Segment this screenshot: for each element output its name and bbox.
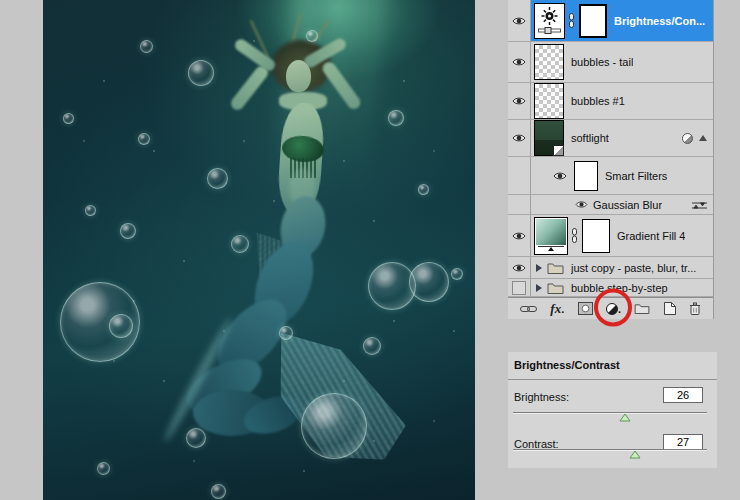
bubble xyxy=(279,326,293,340)
brightness-slider-thumb[interactable] xyxy=(619,413,631,422)
contrast-slider-track[interactable] xyxy=(513,449,707,451)
new-adjustment-icon xyxy=(606,303,618,315)
bubble xyxy=(85,205,96,216)
visibility-toggle[interactable] xyxy=(508,257,531,278)
brightness-contrast-panel: Brightness/Contrast Brightness: Contrast… xyxy=(508,352,717,468)
layer-label: bubbles - tail xyxy=(571,56,633,68)
eye-icon xyxy=(553,171,567,181)
new-adjustment-layer-button[interactable]: . xyxy=(606,303,621,315)
visibility-toggle[interactable] xyxy=(508,83,531,119)
filter-blending-options-icon[interactable] xyxy=(692,200,707,210)
bubble xyxy=(418,184,429,195)
mermaid-arm xyxy=(233,37,278,73)
eye-icon xyxy=(512,16,526,26)
brightness-contrast-icon xyxy=(537,6,562,36)
layer-row-bubbles-1[interactable]: bubbles #1 xyxy=(508,83,713,120)
group-row-just-copy[interactable]: just copy - paste, blur, tr... xyxy=(508,257,713,279)
visibility-toggle[interactable] xyxy=(508,42,531,82)
contrast-input[interactable] xyxy=(663,434,703,450)
eye-icon xyxy=(512,96,526,106)
mask-link-icon[interactable] xyxy=(567,13,576,28)
panel-title: Brightness/Contrast xyxy=(508,352,717,371)
layer-label: Gradient Fill 4 xyxy=(617,230,685,242)
visibility-toggle[interactable] xyxy=(508,0,531,41)
layer-row-brightness-contrast[interactable]: Brightness/Con... xyxy=(508,0,713,42)
expand-group-icon[interactable] xyxy=(536,264,542,272)
smart-object-thumbnail[interactable] xyxy=(534,120,564,156)
link-icon xyxy=(520,305,537,313)
eye-icon xyxy=(512,133,526,143)
brightness-input[interactable] xyxy=(663,387,703,403)
brightness-label: Brightness: xyxy=(514,391,569,403)
gradient-preview xyxy=(536,219,566,245)
canvas-artwork[interactable] xyxy=(43,0,475,500)
gradient-slider xyxy=(538,246,564,252)
eye-icon xyxy=(575,200,588,209)
divider xyxy=(508,379,717,380)
bubble xyxy=(363,337,381,355)
particle-specks xyxy=(43,0,45,2)
trash-icon xyxy=(689,302,701,315)
layer-row-gradient-fill-4[interactable]: Gradient Fill 4 xyxy=(508,215,713,257)
bubble xyxy=(301,393,367,459)
layer-mask-thumbnail[interactable] xyxy=(582,219,610,253)
visibility-toggle[interactable] xyxy=(508,279,531,296)
bubble xyxy=(451,268,463,280)
visibility-toggle[interactable] xyxy=(508,215,531,256)
bubble xyxy=(211,484,226,499)
link-layers-button[interactable] xyxy=(520,305,537,313)
layer-label: Brightness/Con... xyxy=(614,15,705,27)
layer-label: bubbles #1 xyxy=(571,95,625,107)
bubble xyxy=(120,223,136,239)
filter-mask-thumbnail[interactable] xyxy=(574,161,598,191)
brightness-slider-track[interactable] xyxy=(513,412,707,414)
smart-object-badge-icon xyxy=(553,145,564,156)
bubble xyxy=(306,30,318,42)
smart-filters-row[interactable]: Smart Filters xyxy=(508,157,713,195)
add-mask-icon xyxy=(578,302,593,315)
gradient-fill-thumbnail[interactable] xyxy=(534,217,568,255)
bubble xyxy=(388,110,404,126)
eye-icon xyxy=(512,231,526,241)
eye-icon xyxy=(512,57,526,67)
new-group-icon xyxy=(634,303,650,314)
group-row-bubble-step-by-step[interactable]: bubble step-by-step xyxy=(508,279,713,297)
bubble xyxy=(207,168,228,189)
folder-icon xyxy=(547,282,564,294)
layer-row-bubbles-tail[interactable]: bubbles - tail xyxy=(508,42,713,83)
bubble xyxy=(63,113,74,124)
new-layer-icon xyxy=(664,302,676,315)
layer-style-button[interactable]: fx. xyxy=(550,302,564,315)
new-group-button[interactable] xyxy=(634,303,650,314)
add-layer-mask-button[interactable] xyxy=(578,302,593,315)
smart-filter-badge-icon[interactable] xyxy=(682,133,693,144)
new-layer-button[interactable] xyxy=(664,302,676,315)
mask-link-icon[interactable] xyxy=(570,228,579,243)
collapse-smart-filters-icon[interactable] xyxy=(699,135,707,141)
layer-mask-thumbnail[interactable] xyxy=(579,4,607,38)
adjustment-thumbnail[interactable] xyxy=(534,3,565,39)
layers-panel: Brightness/Con... bubbles - tail bubbles… xyxy=(508,0,714,319)
filter-label: Gaussian Blur xyxy=(593,199,662,211)
layer-row-softlight[interactable]: softlight xyxy=(508,120,713,157)
bubble xyxy=(109,314,133,338)
smart-filters-label: Smart Filters xyxy=(605,170,667,182)
layer-label: softlight xyxy=(571,132,609,144)
bubble xyxy=(140,40,153,53)
layers-panel-toolbar: fx. . xyxy=(508,297,713,319)
bubble xyxy=(186,428,206,448)
mermaid-face xyxy=(286,60,311,92)
fx-icon: fx xyxy=(550,302,561,315)
contrast-slider-thumb[interactable] xyxy=(629,450,641,459)
expand-group-icon[interactable] xyxy=(536,284,542,292)
layer-thumbnail[interactable] xyxy=(534,44,564,80)
group-label: just copy - paste, blur, tr... xyxy=(571,262,696,274)
visibility-toggle[interactable] xyxy=(575,200,588,209)
delete-layer-button[interactable] xyxy=(689,302,701,315)
mermaid-arm xyxy=(228,64,270,113)
visibility-toggle[interactable] xyxy=(553,171,567,181)
group-label: bubble step-by-step xyxy=(571,282,668,294)
visibility-toggle[interactable] xyxy=(508,120,531,156)
layer-thumbnail[interactable] xyxy=(534,83,564,119)
gaussian-blur-row[interactable]: Gaussian Blur xyxy=(508,195,713,215)
